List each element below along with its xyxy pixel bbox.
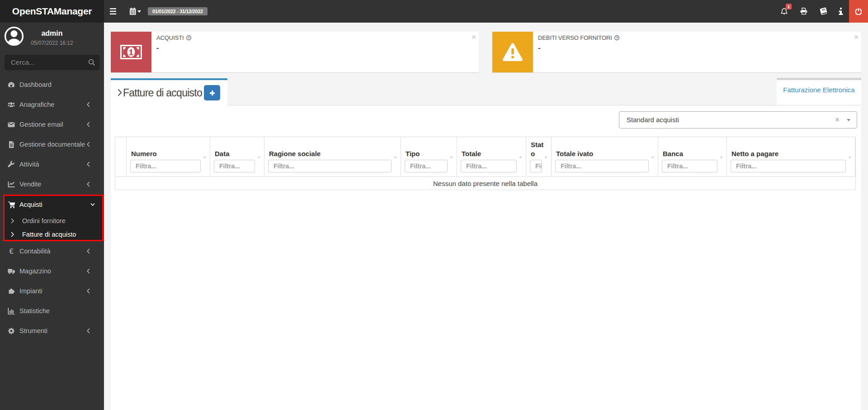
svg-text:?: ?	[616, 36, 618, 40]
svg-text:?: ?	[188, 36, 190, 40]
